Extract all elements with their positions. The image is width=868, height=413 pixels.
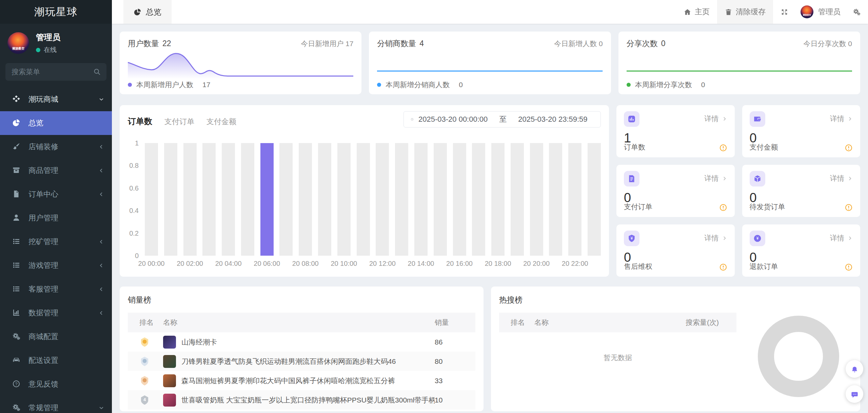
col-rank: 排名 — [499, 318, 534, 327]
expand-icon — [781, 8, 788, 16]
gears-icon — [12, 332, 20, 340]
x-tick: 20 14:00 — [408, 260, 434, 268]
rank-medal-icon — [139, 356, 150, 367]
sidebar-item-mall-config[interactable]: 商城配置 — [0, 325, 112, 349]
warning-icon[interactable] — [845, 203, 853, 212]
settings-button[interactable] — [845, 0, 868, 24]
tab-overview[interactable]: 总览 — [123, 0, 172, 24]
sparkline-chart — [627, 51, 852, 79]
chev-down-icon — [98, 96, 104, 102]
sidebar-item-shop-decor[interactable]: 店铺装修 — [0, 135, 112, 159]
warning-icon[interactable] — [719, 263, 727, 271]
stat-week: 本周新增分享次数0 — [627, 80, 705, 90]
sidebar-item-order-center[interactable]: 订单中心 — [0, 182, 112, 206]
kpi-card-2: 详情0支付订单 — [616, 165, 735, 217]
chev-left-icon — [98, 144, 104, 150]
sidebar-item-feedback[interactable]: ?意见反馈 — [0, 372, 112, 396]
bars — [145, 143, 601, 256]
stat-card-2: 分享次数0今日分享次数 0本周新增分享次数0 — [618, 32, 860, 94]
clear-cache-button[interactable]: 清除缓存 — [717, 0, 773, 24]
date-range-picker[interactable]: 2025-03-20 00:00:00 至 2025-03-20 23:59:5… — [403, 111, 601, 127]
user-menu[interactable]: 潮游星空 管理员 — [796, 0, 845, 24]
kpi-label: 待发货订单 — [750, 202, 785, 212]
menu-search-input[interactable] — [5, 63, 106, 81]
sparkline-chart — [128, 51, 353, 79]
y-tick: 0 — [135, 252, 139, 260]
bell-icon — [851, 365, 859, 374]
sidebar-item-goods[interactable]: 商品管理 — [0, 159, 112, 182]
chev-left-icon — [98, 310, 104, 316]
kpi-shield-icon: ¥ — [627, 234, 636, 243]
product-thumbnail — [163, 355, 176, 368]
kpi-detail-link[interactable]: 详情 — [705, 174, 727, 183]
bar-hour-3 — [202, 143, 216, 256]
person-icon — [12, 214, 20, 222]
date-from: 2025-03-20 00:00:00 — [418, 115, 488, 124]
bar-hour-21 — [549, 143, 562, 256]
avatar-logo-text: 潮游星空 — [7, 46, 29, 51]
sales-row-2[interactable]: 刀锋男鞋夏季透气防臭飞织运动鞋男潮流百搭休闲网面跑步鞋大码4680 — [128, 352, 475, 371]
order-chart-tab-1[interactable]: 支付订单 — [164, 117, 194, 127]
sidebar-item-overview[interactable]: 总览 — [0, 111, 112, 135]
chat-fab[interactable] — [846, 385, 863, 403]
col-rank: 排名 — [128, 318, 163, 327]
notifications-fab[interactable] — [846, 360, 863, 378]
warning-icon[interactable] — [719, 144, 727, 152]
bar-hour-15 — [434, 143, 447, 256]
sidebar-item-data[interactable]: 数据管理 — [0, 301, 112, 325]
kpi-card-3: 详情0待发货订单 — [742, 165, 861, 217]
sidebar-item-service[interactable]: 客服管理 — [0, 277, 112, 301]
sidebar-item-users[interactable]: 用户管理 — [0, 206, 112, 230]
bar-hour-13 — [395, 143, 408, 256]
kpi-payorder-icon — [627, 174, 636, 183]
sales-row-1[interactable]: 山海经潮卡86 — [128, 332, 475, 352]
x-tick: 20 02:00 — [177, 260, 203, 268]
kpi-package-icon — [753, 174, 762, 183]
list-icon — [12, 237, 20, 245]
avatar-logo-text: 潮游星空 — [801, 14, 813, 17]
sales-value: 80 — [435, 357, 475, 366]
stat-title: 分享次数0 — [627, 38, 666, 49]
stat-title: 用户数量22 — [128, 38, 171, 49]
sidebar-item-mall[interactable]: 潮玩商城 — [0, 87, 112, 111]
avatar: 潮游星空 — [7, 32, 29, 54]
sidebar-item-delivery[interactable]: 配送设置 — [0, 349, 112, 372]
order-chart-tab-2[interactable]: 支付金额 — [206, 117, 236, 127]
chev-left-icon — [98, 239, 104, 245]
warning-icon[interactable] — [845, 263, 853, 271]
sales-row-4[interactable]: 4世喜吸管奶瓶 大宝宝奶瓶一岁以上宽口径防摔鸭嘴杯PPSU婴儿奶瓶300ml带手… — [128, 390, 475, 410]
stat-today: 今日分享次数 0 — [803, 39, 852, 48]
sidebar-item-label: 潮玩商城 — [28, 94, 98, 104]
warning-icon[interactable] — [845, 144, 853, 152]
warning-icon[interactable] — [719, 203, 727, 212]
stat-title: 分销商数量4 — [377, 38, 424, 49]
sidebar-item-label: 总览 — [28, 118, 104, 128]
sidebar-item-general[interactable]: 常规管理 — [0, 396, 112, 413]
kpi-card-0: 详情1订单数 — [616, 105, 735, 157]
warning-icon — [845, 144, 853, 152]
sales-rank-card: 销量榜 排名 名称 销量 山海经潮卡86刀锋男鞋夏季透气防臭飞织运动鞋男潮流百搭… — [120, 287, 484, 411]
warning-icon — [845, 203, 853, 212]
sidebar-item-label: 店铺装修 — [28, 142, 98, 152]
bar-hour-9 — [318, 143, 331, 256]
kpi-detail-link[interactable]: 详情 — [830, 114, 853, 123]
sales-row-3[interactable]: 森马国潮短裤男夏季潮印花大码中国风裤子休闲嘻哈潮流宽松五分裤33 — [128, 371, 475, 390]
fullscreen-button[interactable] — [773, 0, 796, 24]
topbar: 总览 主页 清除缓存 潮游星空 管理员 — [112, 0, 868, 24]
sales-rank-title: 销量榜 — [128, 295, 475, 305]
home-link[interactable]: 主页 — [676, 0, 717, 24]
x-tick: 20 22:00 — [562, 260, 588, 268]
kpi-detail-link[interactable]: 详情 — [830, 174, 853, 183]
sidebar-item-games[interactable]: 游戏管理 — [0, 254, 112, 277]
bar-hour-2 — [183, 143, 197, 256]
kpi-detail-link[interactable]: 详情 — [830, 233, 853, 243]
kpi-detail-link[interactable]: 详情 — [705, 233, 727, 243]
kpi-detail-link[interactable]: 详情 — [705, 114, 727, 123]
sidebar-item-label: 商品管理 — [28, 165, 98, 176]
sidebar-toggle-button[interactable] — [112, 8, 123, 16]
sidebar-item-mining[interactable]: 挖矿管理 — [0, 230, 112, 254]
main-content: 用户数量22今日新增用户 17本周新增用户人数17分销商数量4今日新增人数 0本… — [112, 24, 868, 413]
chev-right-icon — [847, 235, 853, 241]
legend-dot-icon — [627, 83, 631, 87]
order-chart-tab-0[interactable]: 订单数 — [128, 116, 152, 127]
